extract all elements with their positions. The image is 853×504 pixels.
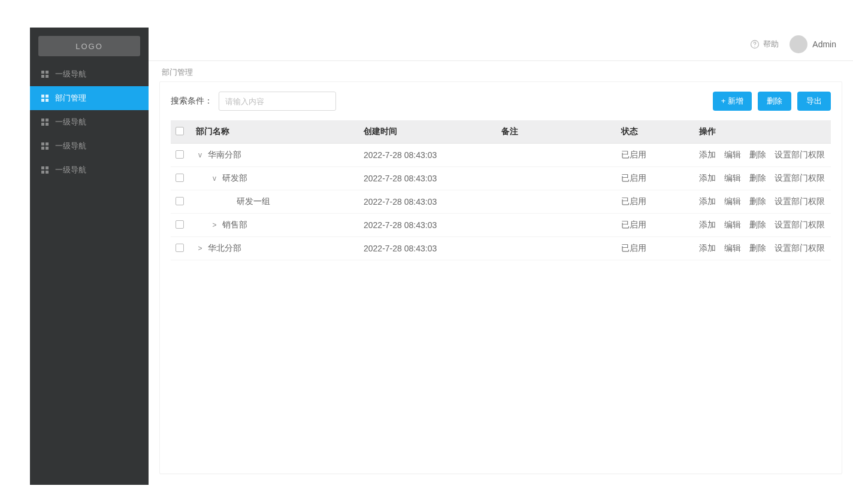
help-icon [750,40,760,49]
chevron-right-icon[interactable]: > [196,244,204,253]
svg-rect-6 [41,99,44,102]
cell-actions: 添加编辑删除设置部门权限 [694,167,831,190]
col-remark: 备注 [497,120,616,144]
sidebar-item-0[interactable]: 一级导航 [30,62,149,86]
menu-icon [41,94,49,102]
help-label: 帮助 [763,39,779,50]
cell-name: >华北分部 [191,237,359,260]
svg-rect-1 [46,71,49,74]
row-action-delete[interactable]: 删除 [749,173,766,183]
export-button[interactable]: 导出 [797,92,831,111]
svg-rect-12 [41,142,44,145]
col-name: 部门名称 [191,120,359,144]
row-action-delete[interactable]: 删除 [749,243,766,253]
dept-name: 华北分部 [208,243,241,254]
row-checkbox[interactable] [176,244,184,252]
menu-icon [41,118,49,126]
row-action-perm[interactable]: 设置部门权限 [775,243,825,253]
row-checkbox-cell [171,144,191,167]
table-row: v研发部2022-7-28 08:43:03已启用添加编辑删除设置部门权限 [171,167,831,190]
sidebar: LOGO 一级导航部门管理一级导航一级导航一级导航 [30,28,149,485]
row-action-perm[interactable]: 设置部门权限 [775,173,825,183]
cell-status: 已启用 [616,167,694,190]
cell-remark [497,237,616,260]
svg-rect-7 [46,99,49,102]
row-checkbox[interactable] [176,220,184,229]
row-action-add[interactable]: 添加 [699,150,716,159]
cell-name: v研发部 [191,167,359,190]
row-action-edit[interactable]: 编辑 [724,173,741,183]
svg-rect-2 [41,75,44,78]
cell-actions: 添加编辑删除设置部门权限 [694,214,831,237]
cell-remark [497,167,616,190]
svg-rect-18 [41,171,44,174]
delete-button[interactable]: 删除 [758,92,791,111]
department-table: 部门名称 创建时间 备注 状态 操作 v华南分部2022-7-28 08:43:… [171,120,831,260]
sidebar-item-4[interactable]: 一级导航 [30,158,149,182]
row-action-edit[interactable]: 编辑 [724,150,741,159]
row-checkbox[interactable] [176,197,184,205]
cell-actions: 添加编辑删除设置部门权限 [694,190,831,214]
row-checkbox[interactable] [176,174,184,182]
cell-remark [497,190,616,214]
select-all-checkbox[interactable] [176,127,184,135]
help-link[interactable]: 帮助 [750,39,779,50]
avatar[interactable] [790,35,807,53]
row-action-perm[interactable]: 设置部门权限 [775,220,825,229]
row-checkbox[interactable] [176,150,184,159]
sidebar-item-label: 一级导航 [55,141,86,151]
col-ops: 操作 [694,120,831,144]
row-action-edit[interactable]: 编辑 [724,196,741,206]
menu-icon [41,166,49,174]
cell-remark [497,214,616,237]
sidebar-item-1[interactable]: 部门管理 [30,86,149,110]
table-row: v华南分部2022-7-28 08:43:03已启用添加编辑删除设置部门权限 [171,144,831,167]
row-action-add[interactable]: 添加 [699,196,716,206]
filter-row: 搜索条件： + 新增 删除 导出 [171,92,831,111]
chevron-down-icon[interactable]: v [210,174,219,183]
svg-rect-15 [46,147,49,150]
menu-icon [41,142,49,150]
sidebar-item-3[interactable]: 一级导航 [30,134,149,158]
row-action-delete[interactable]: 删除 [749,220,766,229]
dept-name: 研发一组 [237,196,270,207]
row-action-delete[interactable]: 删除 [749,150,766,159]
row-action-perm[interactable]: 设置部门权限 [775,150,825,159]
sidebar-item-2[interactable]: 一级导航 [30,110,149,134]
row-checkbox-cell [171,167,191,190]
svg-rect-19 [46,171,49,174]
add-button[interactable]: + 新增 [713,92,752,111]
cell-name: >销售部 [191,214,359,237]
search-input[interactable] [219,92,336,111]
row-action-perm[interactable]: 设置部门权限 [775,196,825,206]
col-status: 状态 [616,120,694,144]
svg-rect-11 [46,123,49,126]
row-action-add[interactable]: 添加 [699,220,716,229]
sidebar-item-label: 一级导航 [55,69,86,80]
username[interactable]: Admin [812,40,836,49]
row-action-edit[interactable]: 编辑 [724,243,741,253]
cell-created: 2022-7-28 08:43:03 [359,144,497,167]
chevron-down-icon[interactable]: v [196,151,204,159]
row-action-add[interactable]: 添加 [699,173,716,183]
svg-rect-0 [41,71,44,74]
table-row: >销售部2022-7-28 08:43:03已启用添加编辑删除设置部门权限 [171,214,831,237]
cell-created: 2022-7-28 08:43:03 [359,190,497,214]
cell-name: v华南分部 [191,144,359,167]
row-action-edit[interactable]: 编辑 [724,220,741,229]
col-created: 创建时间 [359,120,497,144]
cell-created: 2022-7-28 08:43:03 [359,237,497,260]
cell-actions: 添加编辑删除设置部门权限 [694,144,831,167]
row-action-add[interactable]: 添加 [699,243,716,253]
row-action-delete[interactable]: 删除 [749,196,766,206]
app-root: LOGO 一级导航部门管理一级导航一级导航一级导航 帮助 Admin 部门管理 [0,0,853,504]
svg-rect-3 [46,75,49,78]
svg-rect-10 [41,123,44,126]
cell-status: 已启用 [616,144,694,167]
chevron-right-icon[interactable]: > [210,221,219,229]
toolbar-buttons: + 新增 删除 导出 [713,92,831,111]
content-panel: 搜索条件： + 新增 删除 导出 部门名称 创建时间 备注 [159,81,842,474]
dept-name: 研发部 [222,173,247,184]
cell-status: 已启用 [616,214,694,237]
sidebar-item-label: 一级导航 [55,165,86,175]
